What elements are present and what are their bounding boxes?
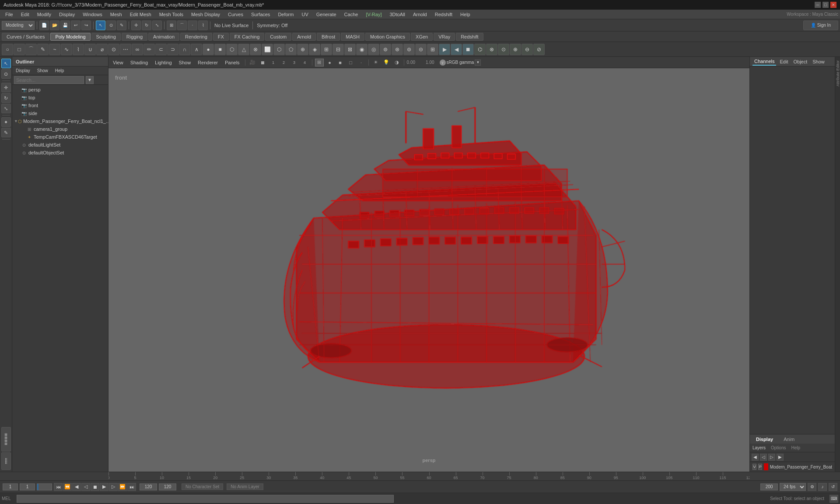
move-btn[interactable]: ✛ [131,21,141,30]
current-frame-input[interactable]: 1 [3,483,18,490]
rp-object-tab[interactable]: Object [791,58,809,65]
menu-modify[interactable]: Modify [34,11,55,18]
shelf-curve5[interactable]: ⌀ [96,44,108,55]
vp-btn-camera[interactable]: 🎥 [248,59,257,66]
tab-sculpting[interactable]: Sculpting [91,33,121,41]
snap-grid-btn[interactable]: ⊞ [167,21,176,30]
anim-goto-end[interactable]: ⏭ [127,483,136,491]
shelf-ep[interactable]: ∞ [132,44,143,55]
shelf-arc[interactable]: ⌒ [25,44,37,55]
shelf-plane[interactable]: ⬜ [262,44,273,55]
vp-menu-panels[interactable]: Panels [222,59,242,66]
menu-arnold[interactable]: Arnold [410,11,430,18]
shelf-deform4[interactable]: ⊕ [510,44,521,55]
menu-vray[interactable]: [V-Ray] [362,11,385,18]
vp-menu-shading[interactable]: Shading [128,59,150,66]
shelf-pencil[interactable]: ✎ [37,44,49,55]
lt-lasso-btn[interactable]: ⊙ [1,69,11,79]
shelf-cone[interactable]: △ [238,44,249,55]
vp-btn-light2[interactable]: 💡 [382,59,391,66]
select-tool-btn[interactable]: ↖ [96,21,105,30]
lt-sculpt-btn[interactable]: ✦ [1,117,11,127]
tree-item-persp[interactable]: 📷 persp [12,86,108,94]
vp-btn-wire[interactable]: ⊞ [315,59,324,66]
shelf-square[interactable]: □ [14,44,25,55]
menu-generate[interactable]: Generate [313,11,340,18]
tab-curves-surfaces[interactable]: Curves / Surfaces [2,33,49,41]
layer-p-btn[interactable]: P [758,464,762,470]
shelf-sphere[interactable]: ● [203,44,214,55]
vp-btn-1[interactable]: 1 [269,59,278,66]
shelf-anim2[interactable]: ◀ [451,44,462,55]
vp-gamma-dropdown[interactable]: ▼ [475,60,481,66]
layer-nav-next[interactable]: ▶ [777,454,784,461]
vp-btn-shadow[interactable]: ◑ [392,59,401,66]
anim-play-back[interactable]: ◁ [81,483,90,491]
shelf-t3[interactable]: ∩ [179,44,190,55]
rp-channels-tab[interactable]: Channels [752,58,776,66]
shelf-anim1[interactable]: ▶ [439,44,450,55]
shelf-cube[interactable]: ■ [214,44,226,55]
shelf-deform1[interactable]: ⌬ [474,44,486,55]
shelf-circle[interactable]: ○ [2,44,13,55]
vp-menu-lighting[interactable]: Lighting [152,59,175,66]
shelf-spiral[interactable]: ⊙ [108,44,119,55]
range-end-input1[interactable]: 120 [159,483,176,490]
menu-redshift[interactable]: Redshift [431,11,456,18]
outliner-help-menu[interactable]: Help [53,68,66,74]
shelf-poly10[interactable]: ⊛ [392,44,403,55]
tab-vray[interactable]: VRay [434,33,455,41]
vp-btn-2[interactable]: 2 [280,59,288,66]
shelf-pencil2[interactable]: ✏ [144,44,155,55]
shelf-poly7[interactable]: ◉ [356,44,368,55]
menu-uv[interactable]: UV [298,11,312,18]
shelf-bezier[interactable]: ⋯ [120,44,131,55]
tree-item-tempcam[interactable]: ✦ TempCamFBXASCD46Target [12,133,108,141]
shelf-cylinder[interactable]: ⬡ [226,44,238,55]
shelf-poly9[interactable]: ⊚ [380,44,391,55]
tree-item-front[interactable]: 📷 front [12,102,108,109]
anim-step-back[interactable]: ⏪ [63,483,72,491]
tab-arnold[interactable]: Arnold [292,33,316,41]
tab-rendering[interactable]: Rendering [180,33,212,41]
rp-edit-tab[interactable]: Edit [778,58,790,65]
attribute-editor-side-tab[interactable]: Attribute Editor [835,57,840,472]
character-set-label[interactable]: No Character Set [182,483,223,490]
anim-step-fwd[interactable]: ⏩ [118,483,127,491]
vp-btn-smooth[interactable]: ● [326,59,334,66]
lt-scale-btn[interactable]: ⤡ [1,104,11,113]
shelf-deform6[interactable]: ⊘ [533,44,545,55]
fps-select[interactable]: 24 fps 30 fps 60 fps [780,483,806,491]
anim-goto-start[interactable]: ⏮ [54,483,63,491]
lasso-btn[interactable]: ⊙ [106,21,116,30]
tab-fx[interactable]: FX [213,33,229,41]
shelf-anim3[interactable]: ⏹ [462,44,474,55]
close-button[interactable]: ✕ [830,2,836,8]
menu-edit[interactable]: Edit [18,11,33,18]
lt-node-editor-btn[interactable]: ⊞⊞⊞⊞ [1,427,11,452]
vp-btn-light1[interactable]: ☀ [371,59,380,66]
modeling-mode-select[interactable]: Modeling Rigging Animation [2,21,35,30]
playback-options-btn[interactable]: ⚙ [808,483,816,491]
menu-surfaces[interactable]: Surfaces [248,11,273,18]
vp-btn-film[interactable]: ⏹ [259,59,267,66]
shelf-curve3[interactable]: ⌇ [73,44,84,55]
shelf-poly5[interactable]: ⊟ [332,44,344,55]
tab-motion-graphics[interactable]: Motion Graphics [365,33,410,41]
vp-menu-renderer[interactable]: Renderer [195,59,220,66]
shelf-deform5[interactable]: ⊖ [522,44,533,55]
shelf-poly8[interactable]: ◎ [368,44,379,55]
mel-input[interactable] [17,495,394,503]
menu-curves[interactable]: Curves [224,11,247,18]
playback-end-input[interactable]: 120 [140,483,157,490]
range-max-input[interactable]: 200 [760,483,778,490]
snap-curve-btn[interactable]: ⌒ [177,21,187,30]
menu-cache[interactable]: Cache [341,11,362,18]
vp-btn-3[interactable]: 3 [290,59,299,66]
open-btn[interactable]: 📂 [50,21,60,30]
shelf-poly2[interactable]: ⊕ [297,44,308,55]
tree-item-side[interactable]: 📷 side [12,109,108,117]
anim-next-key[interactable]: ▷ [109,483,118,491]
lt-paint-btn[interactable]: ✎ [1,128,11,137]
outliner-show-menu[interactable]: Show [35,68,50,74]
